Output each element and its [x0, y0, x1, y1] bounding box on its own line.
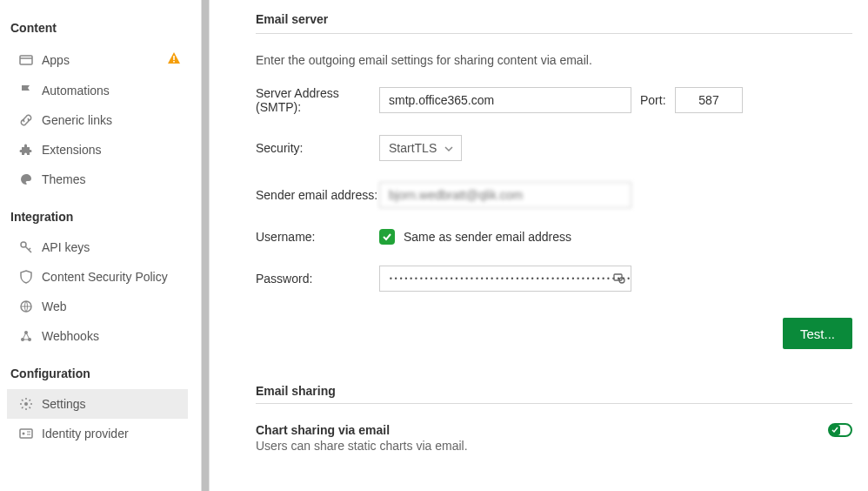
chevron-down-icon: [444, 143, 454, 157]
globe-icon: [19, 299, 33, 313]
sidebar: Content Apps Automations Generic links: [0, 0, 193, 491]
puzzle-icon: [19, 143, 33, 157]
sidebar-item-label: Themes: [42, 172, 181, 186]
svg-rect-2: [173, 56, 175, 60]
security-value: StartTLS: [389, 141, 437, 155]
chart-sharing-title: Chart sharing via email: [256, 423, 468, 437]
username-label: Username:: [256, 230, 379, 244]
sidebar-item-label: Automations: [42, 84, 181, 98]
sender-email-label: Sender email address:: [256, 188, 379, 202]
divider: [256, 403, 852, 404]
sidebar-item-label: Web: [42, 299, 181, 313]
divider: [256, 33, 852, 34]
key-icon: [19, 240, 33, 254]
sidebar-item-webhooks[interactable]: Webhooks: [7, 321, 188, 351]
password-label: Password:: [256, 272, 379, 286]
username-checkbox-label: Same as sender email address: [404, 230, 571, 244]
sidebar-section-integration: Integration: [7, 205, 193, 232]
sidebar-item-csp[interactable]: Content Security Policy: [7, 262, 188, 292]
email-sharing-title: Email sharing: [256, 384, 852, 398]
apps-icon: [19, 53, 33, 67]
sidebar-section-content: Content: [7, 16, 193, 44]
sidebar-item-label: Apps: [42, 53, 158, 67]
sidebar-item-web[interactable]: Web: [7, 292, 188, 321]
port-input[interactable]: [675, 87, 743, 113]
warning-icon: [167, 51, 181, 68]
show-password-icon[interactable]: [612, 271, 626, 287]
sidebar-item-label: Extensions: [42, 143, 181, 157]
webhook-icon: [19, 329, 33, 343]
password-input[interactable]: ••••••••••••••••••••••••••••••••••••••••…: [379, 266, 631, 292]
sidebar-item-automations[interactable]: Automations: [7, 76, 188, 105]
sidebar-item-settings[interactable]: Settings: [7, 389, 188, 419]
sidebar-section-configuration: Configuration: [7, 361, 193, 389]
sidebar-item-generic-links[interactable]: Generic links: [7, 105, 188, 135]
sidebar-item-label: Content Security Policy: [42, 270, 181, 284]
server-address-input[interactable]: [379, 87, 631, 113]
sender-email-input[interactable]: bjorn.wedbratt@qlik.com: [379, 182, 631, 208]
svg-rect-0: [20, 56, 32, 64]
gear-icon: [19, 397, 33, 411]
security-label: Security:: [256, 141, 379, 155]
chart-sharing-toggle[interactable]: [828, 423, 852, 437]
svg-point-9: [24, 402, 28, 406]
email-server-title: Email server: [256, 12, 852, 26]
port-label: Port:: [640, 93, 675, 107]
test-button[interactable]: Test...: [783, 318, 852, 349]
sidebar-item-api-keys[interactable]: API keys: [7, 232, 188, 262]
sidebar-item-label: API keys: [42, 240, 181, 254]
sidebar-item-label: Webhooks: [42, 329, 181, 343]
flag-icon: [19, 84, 33, 98]
username-same-checkbox[interactable]: [379, 229, 395, 245]
sidebar-item-label: Settings: [42, 397, 181, 411]
svg-rect-3: [173, 61, 175, 63]
svg-point-11: [23, 433, 25, 435]
svg-rect-10: [20, 429, 32, 438]
palette-icon: [19, 172, 33, 186]
shield-icon: [19, 270, 33, 284]
id-icon: [19, 427, 33, 441]
sidebar-item-extensions[interactable]: Extensions: [7, 135, 188, 165]
scrollbar[interactable]: [193, 0, 216, 491]
chart-sharing-desc: Users can share static charts via email.: [256, 439, 468, 453]
check-icon: [830, 425, 840, 435]
svg-rect-14: [614, 274, 622, 280]
link-icon: [19, 113, 33, 127]
sidebar-item-label: Identity provider: [42, 427, 181, 441]
main-panel: Email server Enter the outgoing email se…: [216, 0, 868, 491]
security-select[interactable]: StartTLS: [379, 135, 462, 161]
server-address-label: Server Address (SMTP):: [256, 86, 379, 114]
sidebar-item-identity-provider[interactable]: Identity provider: [7, 419, 188, 448]
sidebar-item-label: Generic links: [42, 113, 181, 127]
sidebar-item-themes[interactable]: Themes: [7, 165, 188, 194]
email-server-desc: Enter the outgoing email settings for sh…: [256, 53, 852, 67]
sidebar-item-apps[interactable]: Apps: [7, 44, 188, 76]
